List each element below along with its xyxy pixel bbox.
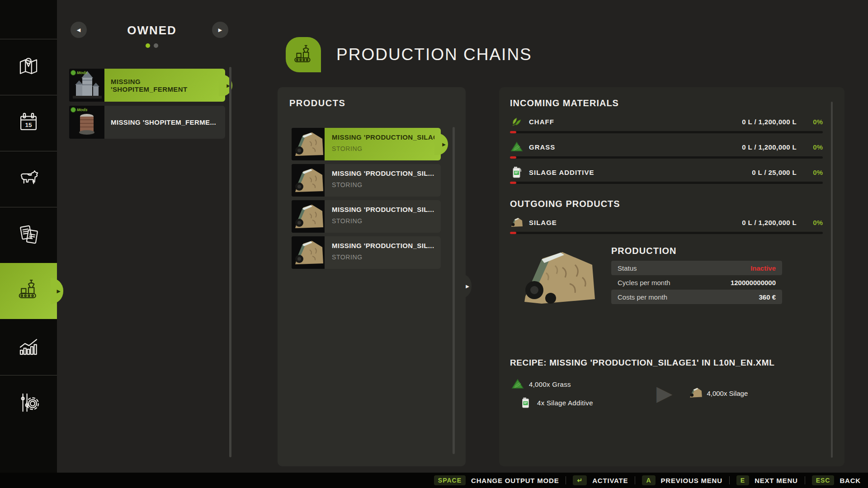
sidebar-item-statistics[interactable] [0,319,57,375]
grass-icon [510,378,525,390]
production-table: Status Inactive Cycles per month 1200000… [611,261,782,304]
recipe-title: RECIPE: MISSING 'PRODUCTION_SILAGE1' IN … [510,358,844,368]
svg-text:15: 15 [25,122,32,128]
calendar-icon: 15 [16,110,41,136]
material-row: SILAGE 0 L / 1,200,000 L 0% [510,216,823,234]
page-dot-inactive[interactable] [154,43,158,48]
material-progress-bar [510,232,823,234]
status-value: Inactive [750,264,776,272]
product-title: MISSING 'PRODUCTION_SIL... [332,206,441,213]
sidebar-item-map[interactable] [0,39,57,95]
product-status: STORING [332,253,441,261]
play-arrow-icon: ▶ [656,383,672,404]
incoming-materials-title: INCOMING MATERIALS [510,98,844,108]
sidebar-item-settings[interactable] [0,375,57,431]
material-name: SILAGE [529,219,557,226]
material-amount: 0 L / 1,200,000 L [742,219,797,226]
recipe-input: 4,000x Grass [529,380,571,388]
product-status: STORING [332,217,441,225]
owned-item-label: MISSING 'SHOPITEM_FERME... [104,106,225,139]
recipe-section: RECIPE: MISSING 'PRODUCTION_SILAGE1' IN … [510,358,844,408]
material-percent: 0% [797,219,823,226]
sidebar-item-contracts[interactable] [0,207,57,263]
material-progress-bar [510,182,823,184]
hotkey-bar: SPACE CHANGE OUTPUT MODE ↵ ACTIVATE A PR… [0,473,868,488]
product-item[interactable]: MISSING 'PRODUCTION_SILAG STORING ▶ [292,128,441,160]
chevron-right-icon: ▶ [442,142,446,147]
material-amount: 0 L / 1,200,000 L [742,118,797,126]
owned-item-thumbnail: Mods [69,69,104,102]
hotkey-previous-menu[interactable]: A PREVIOUS MENU [642,475,722,485]
owned-item-label: MISSING 'SHOPITEM_FERMENT [104,69,225,102]
sidebar-item-calendar[interactable]: 15 [0,95,57,151]
material-percent: 0% [797,143,823,151]
material-amount: 0 L / 1,200,000 L [742,143,797,151]
production-icon [16,278,41,304]
owned-panel: ◀ OWNED ▶ [57,0,247,473]
recipe-output: 4,000x Silage [707,389,748,397]
separator [566,476,566,484]
sidebar-item-production[interactable]: ▶ [0,263,57,319]
details-scrollbar[interactable] [831,102,833,458]
enter-key-icon: ↵ [573,475,587,485]
product-thumbnail [292,200,325,233]
product-title: MISSING 'PRODUCTION_SILAG [332,133,441,141]
hotkey-change-output-mode[interactable]: SPACE CHANGE OUTPUT MODE [434,475,559,485]
hotkey-activate[interactable]: ↵ ACTIVATE [573,475,628,485]
material-progress-bar [510,156,823,159]
production-row-cycles: Cycles per month 120000000000 [611,275,782,290]
material-progress-fill [510,156,516,159]
settings-icon [16,390,41,417]
hotkey-next-menu[interactable]: E NEXT MENU [736,475,798,485]
material-row: CHAFF 0 L / 1,200,000 L 0% [510,115,823,133]
outgoing-products-title: OUTGOING PRODUCTS [510,199,844,209]
panel-expand-bump[interactable]: ▶ [460,273,472,299]
material-progress-fill [510,182,516,184]
material-row: GRASS 0 L / 1,200,000 L 0% [510,140,823,159]
chevron-right-icon: ▶ [466,284,469,289]
owned-item-thumbnail: Mods [69,106,104,139]
material-row: SILAGE ADDITIVE 0 L / 25,000 L 0% [510,165,823,184]
material-name: GRASS [529,143,555,151]
product-item[interactable]: MISSING 'PRODUCTION_SIL... STORING [292,200,441,233]
products-panel: PRODUCTS MISSING 'PRODUCTION_SILAG STORI… [278,87,466,466]
silage-additive-icon [518,397,533,408]
recipe-input: 4x Silage Additive [537,399,593,407]
owned-next-button[interactable]: ▶ [212,22,228,38]
mod-logo-icon [71,70,76,75]
key-a: A [642,475,655,485]
mod-badge: Mods [71,70,88,75]
product-thumbnail [292,128,325,160]
sidebar: 15 [0,0,57,488]
documents-icon [16,222,41,249]
product-title: MISSING 'PRODUCTION_SIL... [332,242,441,249]
owned-item[interactable]: Mods MISSING 'SHOPITEM_FERME... [69,106,225,139]
chaff-icon [510,115,524,128]
hotkey-back[interactable]: ESC BACK [812,475,861,485]
sidebar-item-animals[interactable] [0,151,57,207]
owned-scrollbar[interactable] [229,67,231,457]
page-header: PRODUCTION CHAINS [286,37,532,72]
grass-icon [510,141,524,153]
page-title: PRODUCTION CHAINS [336,45,532,64]
key-space: SPACE [434,475,466,485]
separator [635,476,635,484]
sidebar-spacer [0,0,57,39]
production-row-costs: Costs per month 360 € [611,290,782,304]
material-name: CHAFF [529,118,554,126]
mod-badge: Mods [71,107,88,113]
owned-item[interactable]: Mods MISSING 'SHOPITEM_FERMENT ▶ [69,69,225,102]
product-item[interactable]: MISSING 'PRODUCTION_SIL... STORING [292,164,441,197]
map-icon [16,54,41,80]
material-progress-bar [510,131,823,133]
product-status: STORING [332,145,441,152]
cow-icon [16,166,41,192]
arrow-right-icon: ▶ [218,27,222,33]
key-esc: ESC [812,475,835,485]
product-item[interactable]: MISSING 'PRODUCTION_SIL... STORING [292,236,441,269]
material-percent: 0% [797,169,823,176]
products-scrollbar[interactable] [453,127,455,454]
production-title: PRODUCTION [611,246,782,256]
product-status: STORING [332,181,441,188]
statistics-icon [16,334,41,360]
